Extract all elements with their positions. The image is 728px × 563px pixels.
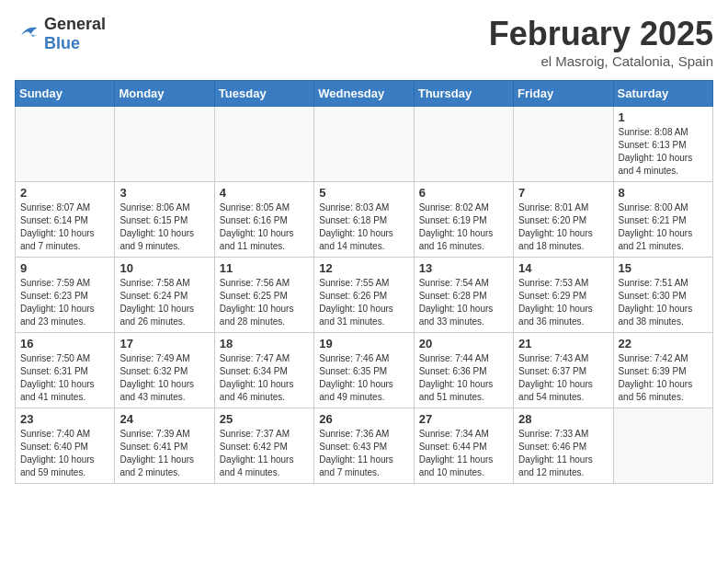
day-number: 15 <box>619 261 708 275</box>
calendar-cell: 18Sunrise: 7:47 AM Sunset: 6:34 PM Dayli… <box>214 333 313 408</box>
calendar-cell: 24Sunrise: 7:39 AM Sunset: 6:41 PM Dayli… <box>115 408 214 484</box>
day-header-wednesday: Wednesday <box>314 81 414 107</box>
calendar-cell: 11Sunrise: 7:56 AM Sunset: 6:25 PM Dayli… <box>214 258 313 333</box>
day-number: 7 <box>518 186 608 200</box>
day-info: Sunrise: 7:55 AM Sunset: 6:26 PM Dayligh… <box>319 277 408 328</box>
calendar-cell: 28Sunrise: 7:33 AM Sunset: 6:46 PM Dayli… <box>514 408 613 484</box>
day-info: Sunrise: 8:05 AM Sunset: 6:16 PM Dayligh… <box>220 201 309 253</box>
day-header-sunday: Sunday <box>16 81 115 107</box>
calendar-cell <box>314 107 414 182</box>
day-header-tuesday: Tuesday <box>214 81 313 107</box>
day-info: Sunrise: 8:07 AM Sunset: 6:14 PM Dayligh… <box>20 201 109 253</box>
day-info: Sunrise: 8:01 AM Sunset: 6:20 PM Dayligh… <box>518 201 608 253</box>
calendar-cell <box>115 107 214 182</box>
day-info: Sunrise: 7:33 AM Sunset: 6:46 PM Dayligh… <box>518 428 608 479</box>
day-info: Sunrise: 7:56 AM Sunset: 6:25 PM Dayligh… <box>220 277 309 328</box>
day-number: 18 <box>220 337 309 350</box>
calendar-cell: 14Sunrise: 7:53 AM Sunset: 6:29 PM Dayli… <box>514 258 613 333</box>
calendar-week-1: 1Sunrise: 8:08 AM Sunset: 6:13 PM Daylig… <box>16 107 713 182</box>
day-number: 13 <box>419 261 508 275</box>
calendar-week-5: 23Sunrise: 7:40 AM Sunset: 6:40 PM Dayli… <box>16 408 713 484</box>
day-info: Sunrise: 8:00 AM Sunset: 6:21 PM Dayligh… <box>619 201 708 253</box>
calendar-cell: 6Sunrise: 8:02 AM Sunset: 6:19 PM Daylig… <box>414 182 513 258</box>
day-number: 24 <box>119 412 209 426</box>
calendar-cell: 13Sunrise: 7:54 AM Sunset: 6:28 PM Dayli… <box>414 258 513 333</box>
day-number: 5 <box>319 186 408 200</box>
day-number: 8 <box>619 186 708 200</box>
day-number: 19 <box>319 337 408 350</box>
day-info: Sunrise: 7:53 AM Sunset: 6:29 PM Dayligh… <box>518 277 608 328</box>
calendar-week-4: 16Sunrise: 7:50 AM Sunset: 6:31 PM Dayli… <box>16 333 713 408</box>
calendar-cell <box>414 107 513 182</box>
day-number: 26 <box>319 412 408 426</box>
calendar-cell: 2Sunrise: 8:07 AM Sunset: 6:14 PM Daylig… <box>16 182 115 258</box>
day-number: 12 <box>319 261 408 275</box>
day-info: Sunrise: 8:03 AM Sunset: 6:18 PM Dayligh… <box>319 201 408 253</box>
calendar-cell: 16Sunrise: 7:50 AM Sunset: 6:31 PM Dayli… <box>16 333 115 408</box>
day-info: Sunrise: 7:54 AM Sunset: 6:28 PM Dayligh… <box>419 277 508 328</box>
calendar-cell: 26Sunrise: 7:36 AM Sunset: 6:43 PM Dayli… <box>314 408 414 484</box>
title-block: February 2025 el Masroig, Catalonia, Spa… <box>489 15 713 69</box>
day-info: Sunrise: 8:06 AM Sunset: 6:15 PM Dayligh… <box>119 201 209 253</box>
day-info: Sunrise: 7:58 AM Sunset: 6:24 PM Dayligh… <box>119 277 209 328</box>
day-info: Sunrise: 7:59 AM Sunset: 6:23 PM Dayligh… <box>20 277 109 328</box>
day-number: 4 <box>220 186 309 200</box>
day-number: 22 <box>619 337 708 350</box>
calendar-cell: 12Sunrise: 7:55 AM Sunset: 6:26 PM Dayli… <box>314 258 414 333</box>
day-number: 21 <box>518 337 608 350</box>
day-info: Sunrise: 7:49 AM Sunset: 6:32 PM Dayligh… <box>119 352 209 404</box>
day-info: Sunrise: 7:39 AM Sunset: 6:41 PM Dayligh… <box>119 428 209 479</box>
day-info: Sunrise: 7:40 AM Sunset: 6:40 PM Dayligh… <box>20 428 109 479</box>
day-info: Sunrise: 7:36 AM Sunset: 6:43 PM Dayligh… <box>319 428 408 479</box>
calendar-cell: 27Sunrise: 7:34 AM Sunset: 6:44 PM Dayli… <box>414 408 513 484</box>
day-header-saturday: Saturday <box>613 81 712 107</box>
day-number: 27 <box>419 412 508 426</box>
day-number: 10 <box>119 261 209 275</box>
calendar-cell: 23Sunrise: 7:40 AM Sunset: 6:40 PM Dayli… <box>16 408 115 484</box>
day-number: 20 <box>419 337 508 350</box>
logo-text: General Blue <box>44 15 106 53</box>
calendar-cell <box>613 408 712 484</box>
calendar-cell: 9Sunrise: 7:59 AM Sunset: 6:23 PM Daylig… <box>16 258 115 333</box>
day-info: Sunrise: 7:37 AM Sunset: 6:42 PM Dayligh… <box>220 428 309 479</box>
logo: General Blue <box>15 15 106 53</box>
calendar-cell: 4Sunrise: 8:05 AM Sunset: 6:16 PM Daylig… <box>214 182 313 258</box>
day-number: 3 <box>119 186 209 200</box>
calendar-cell <box>514 107 613 182</box>
day-info: Sunrise: 7:47 AM Sunset: 6:34 PM Dayligh… <box>220 352 309 404</box>
day-header-thursday: Thursday <box>414 81 513 107</box>
logo-icon <box>15 22 40 46</box>
day-number: 6 <box>419 186 508 200</box>
day-number: 14 <box>518 261 608 275</box>
day-info: Sunrise: 8:02 AM Sunset: 6:19 PM Dayligh… <box>419 201 508 253</box>
day-header-monday: Monday <box>115 81 214 107</box>
month-title: February 2025 <box>489 15 713 53</box>
calendar-cell: 7Sunrise: 8:01 AM Sunset: 6:20 PM Daylig… <box>514 182 613 258</box>
day-number: 2 <box>20 186 109 200</box>
day-number: 23 <box>20 412 109 426</box>
day-number: 28 <box>518 412 608 426</box>
day-info: Sunrise: 7:42 AM Sunset: 6:39 PM Dayligh… <box>619 352 708 404</box>
day-info: Sunrise: 7:51 AM Sunset: 6:30 PM Dayligh… <box>619 277 708 328</box>
calendar-header-row: SundayMondayTuesdayWednesdayThursdayFrid… <box>16 81 713 107</box>
day-number: 1 <box>619 110 708 124</box>
calendar-cell: 3Sunrise: 8:06 AM Sunset: 6:15 PM Daylig… <box>115 182 214 258</box>
day-number: 25 <box>220 412 309 426</box>
day-info: Sunrise: 7:46 AM Sunset: 6:35 PM Dayligh… <box>319 352 408 404</box>
day-info: Sunrise: 8:08 AM Sunset: 6:13 PM Dayligh… <box>619 126 708 178</box>
day-number: 11 <box>220 261 309 275</box>
day-info: Sunrise: 7:44 AM Sunset: 6:36 PM Dayligh… <box>419 352 508 404</box>
day-number: 9 <box>20 261 109 275</box>
calendar-cell: 21Sunrise: 7:43 AM Sunset: 6:37 PM Dayli… <box>514 333 613 408</box>
calendar-cell: 5Sunrise: 8:03 AM Sunset: 6:18 PM Daylig… <box>314 182 414 258</box>
calendar-cell: 25Sunrise: 7:37 AM Sunset: 6:42 PM Dayli… <box>214 408 313 484</box>
calendar-week-2: 2Sunrise: 8:07 AM Sunset: 6:14 PM Daylig… <box>16 182 713 258</box>
location: el Masroig, Catalonia, Spain <box>489 53 713 69</box>
calendar-cell: 17Sunrise: 7:49 AM Sunset: 6:32 PM Dayli… <box>115 333 214 408</box>
calendar-cell <box>16 107 115 182</box>
calendar-cell: 15Sunrise: 7:51 AM Sunset: 6:30 PM Dayli… <box>613 258 712 333</box>
calendar-cell: 22Sunrise: 7:42 AM Sunset: 6:39 PM Dayli… <box>613 333 712 408</box>
day-info: Sunrise: 7:43 AM Sunset: 6:37 PM Dayligh… <box>518 352 608 404</box>
calendar-cell: 20Sunrise: 7:44 AM Sunset: 6:36 PM Dayli… <box>414 333 513 408</box>
day-number: 16 <box>20 337 109 350</box>
